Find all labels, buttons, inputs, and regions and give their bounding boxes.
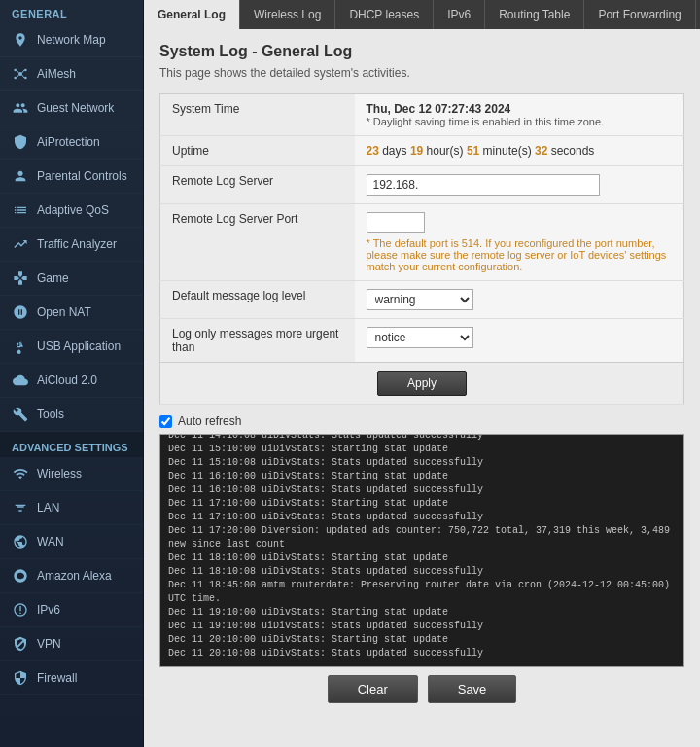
svg-point-1 xyxy=(14,69,17,72)
page-description: This page shows the detailed system's ac… xyxy=(159,66,684,80)
sidebar-item-adaptive-qos[interactable]: Adaptive QoS xyxy=(0,194,143,228)
tab-dhcp-leases[interactable]: DHCP leases xyxy=(335,0,434,29)
sidebar-item-traffic-analyzer[interactable]: Traffic Analyzer xyxy=(0,228,143,262)
remote-port-row: Remote Log Server Port * The default por… xyxy=(160,204,684,281)
sidebar-item-parental-controls[interactable]: Parental Controls xyxy=(0,160,143,194)
svg-line-8 xyxy=(21,75,24,78)
sidebar-advanced-title: Advanced Settings xyxy=(0,432,143,457)
sidebar-item-game[interactable]: Game xyxy=(0,262,143,296)
shield-icon xyxy=(12,133,29,151)
sidebar-item-amazon-alexa[interactable]: Amazon Alexa xyxy=(0,559,143,593)
page-title: System Log - General Log xyxy=(159,43,684,60)
sidebar-item-lan[interactable]: LAN xyxy=(0,491,143,525)
msg-level-row: Default message log level warning debug … xyxy=(160,281,684,319)
auto-refresh-label: Auto refresh xyxy=(178,414,241,428)
uptime-hours: 19 xyxy=(410,144,423,158)
sidebar-item-ipv6-label: IPv6 xyxy=(37,603,60,617)
log-urgent-label: Log only messages more urgent than xyxy=(160,319,355,363)
sidebar-item-network-map-label: Network Map xyxy=(37,33,106,47)
sidebar-item-ipv6[interactable]: IPv6 xyxy=(0,593,143,627)
sidebar-item-wan-label: WAN xyxy=(37,535,64,549)
log-urgent-row: Log only messages more urgent than notic… xyxy=(160,319,684,363)
apply-button[interactable]: Apply xyxy=(377,371,467,396)
system-time-label: System Time xyxy=(160,94,355,136)
sidebar-item-wireless[interactable]: Wireless xyxy=(0,457,143,491)
sidebar-item-open-nat[interactable]: Open NAT xyxy=(0,296,143,330)
traffic-icon xyxy=(12,235,29,253)
sidebar-item-aiprotection-label: AiProtection xyxy=(37,135,100,149)
sidebar-item-firewall[interactable]: Firewall xyxy=(0,661,143,695)
ipv6-icon xyxy=(12,601,29,619)
sidebar-item-vpn[interactable]: VPN xyxy=(0,627,143,661)
uptime-days-unit: days xyxy=(379,144,410,158)
sidebar: General Network Map AiMesh Guest Network… xyxy=(0,0,144,747)
sidebar-item-aicloud-label: AiCloud 2.0 xyxy=(37,374,97,387)
vpn-icon xyxy=(12,635,29,653)
log-textarea[interactable] xyxy=(160,435,683,666)
tab-port-forwarding[interactable]: Port Forwarding xyxy=(584,0,695,29)
settings-table: System Time Thu, Dec 12 07:27:43 2024 * … xyxy=(159,93,684,405)
uptime-label: Uptime xyxy=(160,136,355,166)
sidebar-item-tools[interactable]: Tools xyxy=(0,398,143,432)
uptime-days: 23 xyxy=(367,144,379,158)
uptime-minutes-unit: minute(s) xyxy=(479,144,535,158)
clear-button[interactable]: Clear xyxy=(328,675,418,703)
sidebar-item-qos-label: Adaptive QoS xyxy=(37,203,109,217)
system-time-note: * Daylight saving time is enabled in thi… xyxy=(367,116,673,127)
port-input-wrap xyxy=(367,212,673,233)
uptime-row: Uptime 23 days 19 hour(s) 51 minute(s) 3… xyxy=(160,136,684,166)
sidebar-item-alexa-label: Amazon Alexa xyxy=(37,569,112,583)
auto-refresh-row: Auto refresh xyxy=(159,414,684,428)
svg-point-2 xyxy=(24,69,27,72)
tab-wireless-log[interactable]: Wireless Log xyxy=(240,0,335,29)
sidebar-item-aiprotection[interactable]: AiProtection xyxy=(0,125,143,160)
mesh-icon xyxy=(12,65,29,83)
sidebar-item-vpn-label: VPN xyxy=(37,637,61,651)
uptime-hours-unit: hour(s) xyxy=(423,144,467,158)
save-button[interactable]: Save xyxy=(428,675,517,703)
apply-row: Apply xyxy=(160,363,684,405)
auto-refresh-checkbox[interactable] xyxy=(159,415,172,428)
msg-level-select[interactable]: warning debug info notice error critical… xyxy=(367,289,473,310)
remote-log-input[interactable] xyxy=(367,174,600,196)
svg-point-4 xyxy=(24,77,27,80)
uptime-value: 23 days 19 hour(s) 51 minute(s) 32 secon… xyxy=(355,136,684,166)
sidebar-item-network-map[interactable]: Network Map xyxy=(0,23,143,57)
remote-port-label: Remote Log Server Port xyxy=(160,204,355,281)
sidebar-item-guest-network[interactable]: Guest Network xyxy=(0,91,143,125)
sidebar-item-aimesh[interactable]: AiMesh xyxy=(0,57,143,91)
log-urgent-select[interactable]: notice debug info warning error critical… xyxy=(367,327,473,348)
tab-connections[interactable]: Connections xyxy=(696,0,700,29)
remote-port-note: * The default port is 514. If you reconf… xyxy=(367,237,673,272)
map-icon xyxy=(12,31,29,49)
tab-ipv6[interactable]: IPv6 xyxy=(434,0,485,29)
usb-icon xyxy=(12,338,29,355)
sidebar-item-guest-label: Guest Network xyxy=(37,101,114,115)
svg-point-3 xyxy=(14,77,17,80)
sidebar-item-wan[interactable]: WAN xyxy=(0,525,143,559)
qos-icon xyxy=(12,201,29,219)
sidebar-item-usb[interactable]: USB Application xyxy=(0,330,143,364)
remote-port-input[interactable] xyxy=(367,212,425,233)
sidebar-item-usb-label: USB Application xyxy=(37,339,121,353)
firewall-icon xyxy=(12,669,29,687)
sidebar-general-title: General xyxy=(0,0,143,23)
sidebar-item-aimesh-label: AiMesh xyxy=(37,67,76,81)
tab-general-log[interactable]: General Log xyxy=(144,0,240,29)
parental-icon xyxy=(12,167,29,185)
uptime-seconds: 32 xyxy=(535,144,547,158)
msg-level-label: Default message log level xyxy=(160,281,355,319)
cloud-icon xyxy=(12,372,29,389)
remote-log-row: Remote Log Server xyxy=(160,166,684,204)
svg-line-6 xyxy=(21,70,24,73)
sidebar-item-aicloud[interactable]: AiCloud 2.0 xyxy=(0,364,143,398)
tab-routing-table[interactable]: Routing Table xyxy=(485,0,584,29)
tools-icon xyxy=(12,406,29,423)
svg-line-5 xyxy=(17,70,19,73)
wireless-icon xyxy=(12,465,29,482)
remote-log-label: Remote Log Server xyxy=(160,166,355,204)
sidebar-item-tools-label: Tools xyxy=(37,408,64,421)
wan-icon xyxy=(12,533,29,551)
guest-icon xyxy=(12,99,29,117)
sidebar-item-parental-label: Parental Controls xyxy=(37,169,127,183)
